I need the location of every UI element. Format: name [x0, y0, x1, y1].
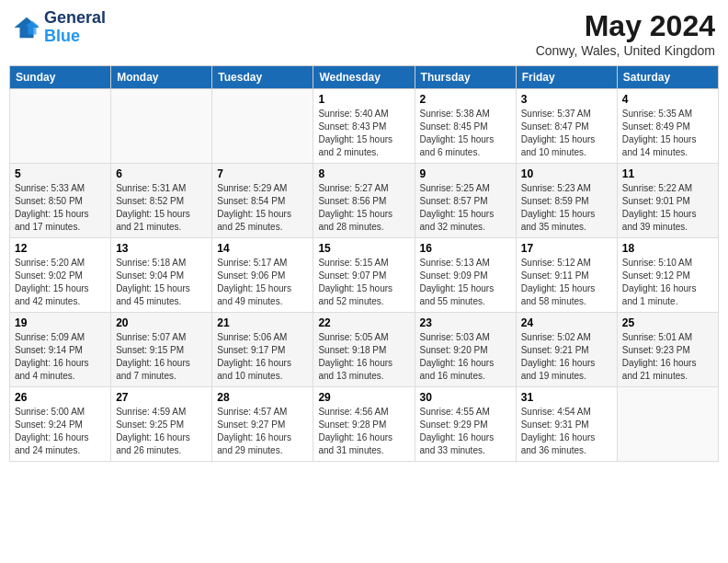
- day-info: Sunrise: 5:38 AMSunset: 8:45 PMDaylight:…: [420, 108, 511, 159]
- day-number: 7: [217, 167, 308, 180]
- day-number: 4: [622, 93, 713, 106]
- day-info: Sunrise: 5:35 AMSunset: 8:49 PMDaylight:…: [622, 108, 713, 159]
- day-info: Sunrise: 5:03 AMSunset: 9:20 PMDaylight:…: [420, 331, 511, 383]
- logo-line1: General: [44, 9, 106, 28]
- header-monday: Monday: [111, 66, 212, 89]
- day-number: 2: [420, 93, 511, 106]
- day-number: 21: [217, 316, 308, 329]
- week-row-2: 5Sunrise: 5:33 AMSunset: 8:50 PMDaylight…: [10, 164, 719, 238]
- calendar-cell: [617, 387, 718, 462]
- day-info: Sunrise: 4:56 AMSunset: 9:28 PMDaylight:…: [318, 406, 409, 457]
- calendar-cell: 23Sunrise: 5:03 AMSunset: 9:20 PMDayligh…: [415, 313, 516, 387]
- calendar-cell: 8Sunrise: 5:27 AMSunset: 8:56 PMDaylight…: [313, 164, 415, 238]
- header-saturday: Saturday: [617, 66, 718, 89]
- calendar-cell: 11Sunrise: 5:22 AMSunset: 9:01 PMDayligh…: [617, 164, 718, 238]
- day-number: 23: [420, 316, 511, 329]
- calendar-cell: 9Sunrise: 5:25 AMSunset: 8:57 PMDaylight…: [415, 164, 516, 238]
- day-number: 17: [521, 242, 612, 255]
- week-row-4: 19Sunrise: 5:09 AMSunset: 9:14 PMDayligh…: [10, 313, 719, 387]
- day-number: 6: [116, 167, 207, 180]
- day-number: 18: [622, 242, 713, 255]
- logo-line2: Blue: [44, 28, 106, 46]
- day-number: 5: [15, 167, 106, 180]
- day-info: Sunrise: 5:37 AMSunset: 8:47 PMDaylight:…: [521, 108, 612, 159]
- day-number: 26: [15, 391, 106, 404]
- day-info: Sunrise: 5:25 AMSunset: 8:57 PMDaylight:…: [420, 182, 511, 234]
- calendar-cell: 30Sunrise: 4:55 AMSunset: 9:29 PMDayligh…: [415, 387, 516, 462]
- calendar-cell: 4Sunrise: 5:35 AMSunset: 8:49 PMDaylight…: [617, 89, 718, 164]
- calendar-cell: 21Sunrise: 5:06 AMSunset: 9:17 PMDayligh…: [212, 313, 313, 387]
- day-number: 29: [318, 391, 409, 404]
- day-number: 27: [116, 391, 207, 404]
- calendar-cell: 7Sunrise: 5:29 AMSunset: 8:54 PMDaylight…: [212, 164, 313, 238]
- day-info: Sunrise: 5:02 AMSunset: 9:21 PMDaylight:…: [521, 331, 612, 383]
- header-sunday: Sunday: [10, 66, 111, 89]
- day-number: 12: [15, 242, 106, 255]
- calendar-cell: 26Sunrise: 5:00 AMSunset: 9:24 PMDayligh…: [10, 387, 111, 462]
- day-number: 13: [116, 242, 207, 255]
- logo: General Blue: [13, 9, 106, 46]
- page-header: General Blue May 2024 Conwy, Wales, Unit…: [9, 9, 719, 58]
- calendar-cell: 22Sunrise: 5:05 AMSunset: 9:18 PMDayligh…: [313, 313, 415, 387]
- title-block: May 2024 Conwy, Wales, United Kingdom: [536, 9, 715, 58]
- calendar-cell: 28Sunrise: 4:57 AMSunset: 9:27 PMDayligh…: [212, 387, 313, 462]
- calendar-cell: 27Sunrise: 4:59 AMSunset: 9:25 PMDayligh…: [111, 387, 212, 462]
- day-info: Sunrise: 5:17 AMSunset: 9:06 PMDaylight:…: [217, 257, 308, 308]
- day-info: Sunrise: 4:57 AMSunset: 9:27 PMDaylight:…: [217, 406, 308, 457]
- day-info: Sunrise: 4:55 AMSunset: 9:29 PMDaylight:…: [420, 406, 511, 457]
- day-number: 19: [15, 316, 106, 329]
- day-number: 28: [217, 391, 308, 404]
- day-info: Sunrise: 5:01 AMSunset: 9:23 PMDaylight:…: [622, 331, 713, 383]
- logo-text: General Blue: [44, 9, 106, 46]
- day-info: Sunrise: 5:23 AMSunset: 8:59 PMDaylight:…: [521, 182, 612, 234]
- day-number: 3: [521, 93, 612, 106]
- week-row-5: 26Sunrise: 5:00 AMSunset: 9:24 PMDayligh…: [10, 387, 719, 462]
- day-info: Sunrise: 5:15 AMSunset: 9:07 PMDaylight:…: [318, 257, 409, 308]
- day-number: 11: [622, 167, 713, 180]
- day-info: Sunrise: 5:13 AMSunset: 9:09 PMDaylight:…: [420, 257, 511, 308]
- calendar-cell: 19Sunrise: 5:09 AMSunset: 9:14 PMDayligh…: [10, 313, 111, 387]
- calendar-table: SundayMondayTuesdayWednesdayThursdayFrid…: [9, 65, 719, 462]
- day-number: 15: [318, 242, 409, 255]
- calendar-cell: 31Sunrise: 4:54 AMSunset: 9:31 PMDayligh…: [516, 387, 617, 462]
- day-info: Sunrise: 4:59 AMSunset: 9:25 PMDaylight:…: [116, 406, 207, 457]
- calendar-cell: 12Sunrise: 5:20 AMSunset: 9:02 PMDayligh…: [10, 238, 111, 313]
- calendar-cell: 2Sunrise: 5:38 AMSunset: 8:45 PMDaylight…: [415, 89, 516, 164]
- calendar-cell: 13Sunrise: 5:18 AMSunset: 9:04 PMDayligh…: [111, 238, 212, 313]
- day-number: 25: [622, 316, 713, 329]
- calendar-cell: 10Sunrise: 5:23 AMSunset: 8:59 PMDayligh…: [516, 164, 617, 238]
- day-number: 9: [420, 167, 511, 180]
- day-info: Sunrise: 5:05 AMSunset: 9:18 PMDaylight:…: [318, 331, 409, 383]
- month-title: May 2024: [536, 9, 715, 43]
- day-info: Sunrise: 5:18 AMSunset: 9:04 PMDaylight:…: [116, 257, 207, 308]
- day-number: 31: [521, 391, 612, 404]
- header-friday: Friday: [516, 66, 617, 89]
- calendar-cell: 29Sunrise: 4:56 AMSunset: 9:28 PMDayligh…: [313, 387, 415, 462]
- calendar-cell: 20Sunrise: 5:07 AMSunset: 9:15 PMDayligh…: [111, 313, 212, 387]
- calendar-cell: 6Sunrise: 5:31 AMSunset: 8:52 PMDaylight…: [111, 164, 212, 238]
- calendar-cell: 14Sunrise: 5:17 AMSunset: 9:06 PMDayligh…: [212, 238, 313, 313]
- day-info: Sunrise: 5:40 AMSunset: 8:43 PMDaylight:…: [318, 108, 409, 159]
- header-tuesday: Tuesday: [212, 66, 313, 89]
- day-info: Sunrise: 5:20 AMSunset: 9:02 PMDaylight:…: [15, 257, 106, 308]
- calendar-cell: [212, 89, 313, 164]
- day-info: Sunrise: 5:09 AMSunset: 9:14 PMDaylight:…: [15, 331, 106, 383]
- day-number: 16: [420, 242, 511, 255]
- day-info: Sunrise: 5:06 AMSunset: 9:17 PMDaylight:…: [217, 331, 308, 383]
- day-number: 10: [521, 167, 612, 180]
- calendar-cell: 18Sunrise: 5:10 AMSunset: 9:12 PMDayligh…: [617, 238, 718, 313]
- calendar-cell: 1Sunrise: 5:40 AMSunset: 8:43 PMDaylight…: [313, 89, 415, 164]
- calendar-cell: 3Sunrise: 5:37 AMSunset: 8:47 PMDaylight…: [516, 89, 617, 164]
- day-number: 8: [318, 167, 409, 180]
- logo-icon: [13, 14, 40, 41]
- calendar-cell: 25Sunrise: 5:01 AMSunset: 9:23 PMDayligh…: [617, 313, 718, 387]
- calendar-cell: 24Sunrise: 5:02 AMSunset: 9:21 PMDayligh…: [516, 313, 617, 387]
- day-number: 1: [318, 93, 409, 106]
- calendar-cell: 5Sunrise: 5:33 AMSunset: 8:50 PMDaylight…: [10, 164, 111, 238]
- day-info: Sunrise: 5:27 AMSunset: 8:56 PMDaylight:…: [318, 182, 409, 234]
- day-info: Sunrise: 5:12 AMSunset: 9:11 PMDaylight:…: [521, 257, 612, 308]
- day-number: 30: [420, 391, 511, 404]
- week-row-1: 1Sunrise: 5:40 AMSunset: 8:43 PMDaylight…: [10, 89, 719, 164]
- day-info: Sunrise: 4:54 AMSunset: 9:31 PMDaylight:…: [521, 406, 612, 457]
- day-info: Sunrise: 5:10 AMSunset: 9:12 PMDaylight:…: [622, 257, 713, 308]
